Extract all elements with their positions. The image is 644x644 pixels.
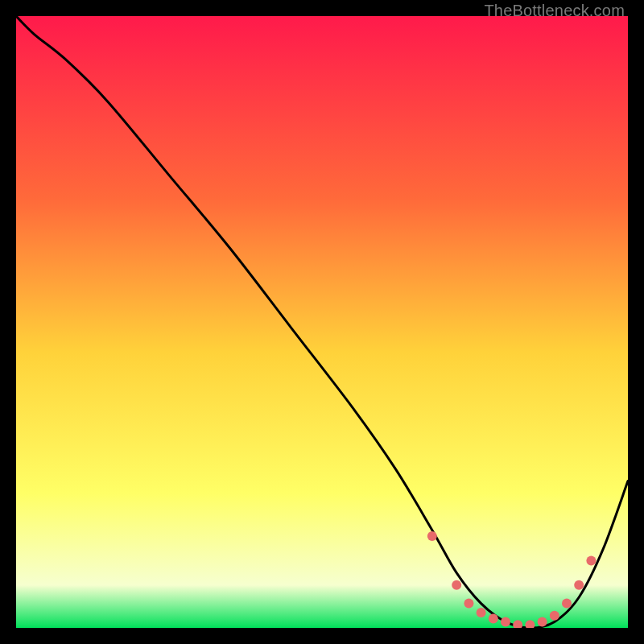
marker-dot [586,555,596,565]
marker-dot [427,531,437,541]
bottleneck-chart [16,16,628,628]
marker-dot [501,617,510,626]
marker-dot [562,599,572,609]
gradient-background [16,16,628,628]
marker-dot [538,617,547,626]
watermark-text: TheBottleneck.com [484,2,625,20]
marker-dot [464,599,473,609]
marker-dot [489,614,498,624]
chart-frame [16,16,628,628]
marker-dot [452,580,461,590]
marker-dot [550,611,559,621]
marker-dot [574,580,584,590]
marker-dot [477,608,486,617]
